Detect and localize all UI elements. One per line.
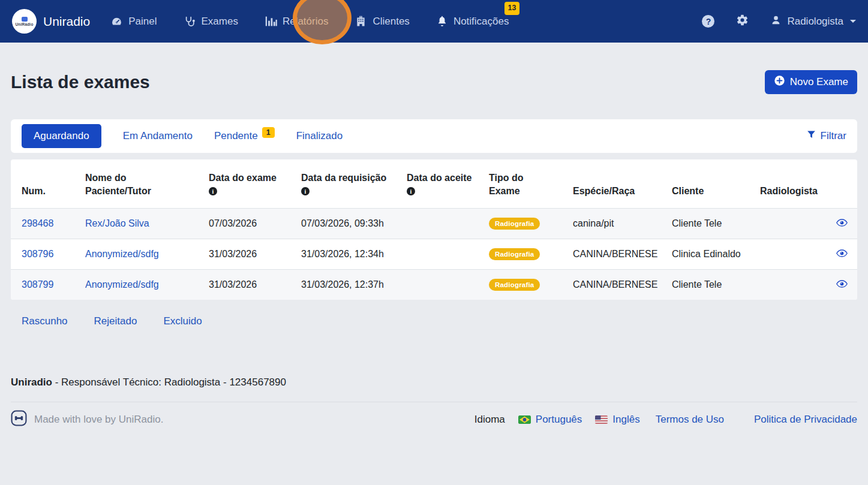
- table-row: 308796 Anonymized/sdfg 31/03/2026 31/03/…: [11, 239, 857, 270]
- tab-finalizado[interactable]: Finalizado: [296, 130, 343, 142]
- accept-date: [407, 209, 489, 239]
- col-exam-date: Data do exame: [209, 159, 301, 209]
- nav-item-clientes[interactable]: Clientes: [355, 10, 409, 32]
- col-radiologist: Radiologista: [760, 159, 832, 209]
- new-exam-button[interactable]: Novo Exame: [765, 70, 857, 94]
- brand-name: Uniradio: [43, 14, 90, 29]
- info-icon[interactable]: [301, 187, 310, 195]
- patient-link[interactable]: Anonymized/sdfg: [85, 249, 159, 259]
- responsible-text: - Responsável Técnico: Radiologista - 12…: [55, 376, 286, 388]
- language-english[interactable]: Inglês: [595, 414, 639, 426]
- nav-item-notificacoes[interactable]: Notificações 13: [436, 10, 509, 32]
- table-row: 308799 Anonymized/sdfg 31/03/2026 31/03/…: [11, 270, 857, 300]
- filter-label: Filtrar: [821, 130, 846, 142]
- stethoscope-icon: [183, 15, 196, 28]
- nav-item-painel[interactable]: Painel: [110, 10, 157, 32]
- col-request-date: Data da requisição: [301, 159, 407, 209]
- funnel-icon: [806, 129, 816, 143]
- tab-em-andamento[interactable]: Em Andamento: [123, 130, 193, 142]
- bone-badge-icon: [11, 410, 27, 429]
- eye-icon: [836, 279, 848, 290]
- responsible-info: Uniradio - Responsável Técnico: Radiolog…: [11, 376, 857, 388]
- extra-status-links: Rascunho Rejeitado Excluido: [11, 315, 857, 327]
- new-exam-button-label: Novo Exame: [790, 76, 848, 88]
- uniradio-logo: UniRadio: [12, 9, 37, 34]
- col-patient: Nome do Paciente/Tutor: [85, 159, 209, 209]
- client-cell: Clinica Edinaldo: [672, 239, 760, 270]
- eye-icon: [836, 218, 848, 228]
- user-label: Radiologista: [787, 16, 843, 28]
- nav-label-exames: Exames: [201, 16, 238, 28]
- tab-aguardando[interactable]: Aguardando: [22, 124, 101, 148]
- species-cell: CANINA/BERNESE: [573, 239, 672, 270]
- accept-date: [407, 270, 489, 300]
- page-title: Lista de exames: [11, 72, 150, 92]
- nav-item-relatorios[interactable]: Relatórios: [265, 10, 329, 32]
- exams-table-card: Num. Nome do Paciente/Tutor Data do exam…: [11, 159, 857, 300]
- request-date: 31/03/2026, 12:37h: [301, 270, 407, 300]
- exam-type-badge: Radiografia: [489, 279, 540, 291]
- patient-link[interactable]: Anonymized/sdfg: [85, 279, 159, 290]
- user-menu[interactable]: Radiologista: [770, 14, 856, 29]
- table-header-row: Num. Nome do Paciente/Tutor Data do exam…: [11, 159, 857, 209]
- company-name: Uniradio: [11, 376, 52, 388]
- dashboard-gauge-icon: [110, 15, 123, 28]
- link-excluido[interactable]: Excluido: [163, 315, 202, 327]
- species-cell: canina/pit: [573, 209, 672, 239]
- view-exam-button[interactable]: [832, 209, 857, 239]
- logo-shield-icon: [22, 17, 28, 22]
- exam-number-link[interactable]: 308799: [22, 279, 53, 290]
- filter-button[interactable]: Filtrar: [806, 129, 846, 143]
- navbar-right: Radiologista: [702, 14, 856, 29]
- exam-date: 31/03/2026: [209, 239, 301, 270]
- privacy-link[interactable]: Politica de Privacidade: [754, 414, 857, 426]
- nav-item-exames[interactable]: Exames: [183, 10, 238, 32]
- nav-label-relatorios: Relatórios: [283, 16, 329, 28]
- accept-date: [407, 239, 489, 270]
- exam-number-link[interactable]: 308796: [22, 249, 53, 259]
- brazil-flag-icon: [518, 415, 531, 424]
- gear-icon[interactable]: [736, 14, 749, 29]
- view-exam-button[interactable]: [832, 270, 857, 300]
- request-date: 31/03/2026, 12:34h: [301, 239, 407, 270]
- main-nav: Painel Exames Relatórios Clientes Notifi…: [110, 10, 509, 32]
- us-flag-icon: [595, 415, 608, 424]
- client-cell: Cliente Tele: [672, 270, 760, 300]
- tab-pendente[interactable]: Pendente 1: [214, 130, 275, 142]
- link-rascunho[interactable]: Rascunho: [22, 315, 68, 327]
- link-rejeitado[interactable]: Rejeitado: [94, 315, 137, 327]
- eye-icon: [836, 249, 848, 259]
- notifications-count-badge: 13: [504, 2, 520, 15]
- language-label: Idioma: [474, 414, 505, 426]
- radiologist-cell: [760, 239, 832, 270]
- exam-date: 31/03/2026: [209, 270, 301, 300]
- patient-link[interactable]: Rex/João Silva: [85, 218, 149, 228]
- exams-table: Num. Nome do Paciente/Tutor Data do exam…: [11, 159, 857, 300]
- terms-link[interactable]: Termos de Uso: [656, 414, 724, 426]
- exam-date: 07/03/2026: [209, 209, 301, 239]
- status-tabs-bar: Aguardando Em Andamento Pendente 1 Final…: [11, 119, 857, 153]
- hospital-building-icon: [355, 15, 367, 28]
- plus-circle-icon: [774, 75, 785, 89]
- nav-label-notificacoes: Notificações: [453, 16, 509, 28]
- tab-pendente-label: Pendente: [214, 130, 258, 142]
- info-icon[interactable]: [407, 187, 415, 195]
- table-row: 298468 Rex/João Silva 07/03/2026 07/03/2…: [11, 209, 857, 239]
- col-actions: [832, 159, 857, 209]
- brand[interactable]: UniRadio Uniradio: [12, 9, 90, 34]
- client-cell: Cliente Tele: [672, 209, 760, 239]
- language-portuguese[interactable]: Português: [518, 414, 582, 426]
- col-species: Espécie/Raça: [573, 159, 672, 209]
- view-exam-button[interactable]: [832, 239, 857, 270]
- pendente-count-badge: 1: [262, 127, 275, 138]
- info-icon[interactable]: [209, 187, 217, 195]
- radiologist-cell: [760, 209, 832, 239]
- species-cell: CANINA/BERNESE: [573, 270, 672, 300]
- help-icon[interactable]: [702, 15, 714, 28]
- exam-number-link[interactable]: 298468: [22, 218, 53, 228]
- col-exam-type: Tipo do Exame: [489, 159, 573, 209]
- nav-label-painel: Painel: [128, 16, 157, 28]
- footer: Made with love by UniRadio. Idioma Portu…: [11, 402, 857, 429]
- request-date: 07/03/2026, 09:33h: [301, 209, 407, 239]
- col-accept-date: Data do aceite: [407, 159, 489, 209]
